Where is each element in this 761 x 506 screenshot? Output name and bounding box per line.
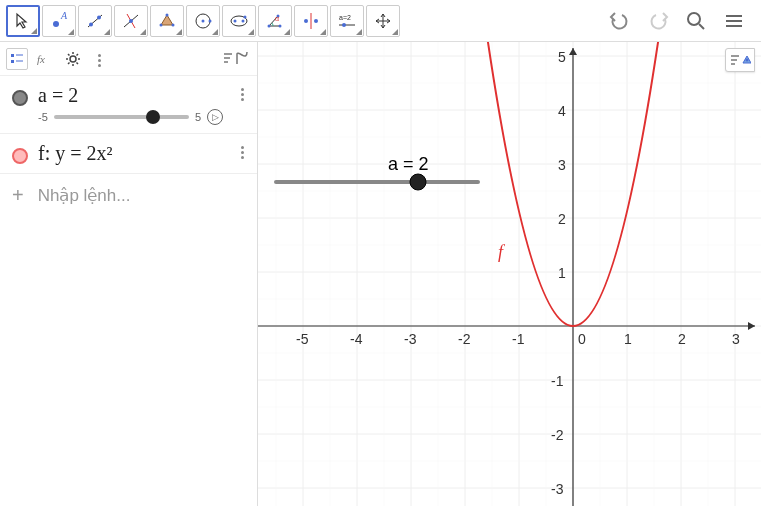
svg-text:-5: -5 [296,331,309,347]
svg-point-16 [242,19,245,22]
svg-text:-2: -2 [551,427,564,443]
tool-group: A α a=2 [6,5,607,37]
svg-text:2: 2 [678,331,686,347]
svg-text:-1: -1 [551,373,564,389]
svg-point-103 [410,174,426,190]
svg-point-23 [304,19,308,23]
svg-text:1: 1 [624,331,632,347]
slider-min: -5 [38,111,48,123]
menu-icon[interactable] [721,8,747,34]
canvas-slider-a[interactable]: a = 2 [276,154,478,190]
command-input[interactable]: Nhập lệnh... [38,185,131,206]
svg-text:1: 1 [558,265,566,281]
axis-labels: -5 -4 -3 -2 -1 0 1 2 3 5 4 3 2 1 -1 -2 -… [296,49,740,497]
tool-angle[interactable]: α [258,5,292,37]
svg-line-29 [699,24,704,29]
svg-rect-33 [11,54,14,57]
svg-text:-3: -3 [551,481,564,497]
svg-text:a=2: a=2 [339,14,351,21]
fx-icon[interactable]: fx [34,48,56,70]
svg-text:3: 3 [732,331,740,347]
tool-perpendicular[interactable] [114,5,148,37]
object-label-a: a = 2 [38,84,223,107]
tool-slider[interactable]: a=2 [330,5,364,37]
svg-point-3 [89,22,93,26]
undo-icon[interactable] [607,8,633,34]
tool-line[interactable] [78,5,112,37]
tool-point[interactable]: A [42,5,76,37]
svg-point-13 [209,19,212,22]
svg-point-19 [279,24,282,27]
object-row-f[interactable]: f: y = 2x² [0,134,257,174]
svg-text:-1: -1 [512,331,525,347]
tool-ellipse[interactable] [222,5,256,37]
svg-point-107 [746,59,749,62]
main-container: fx a = 2 -5 5 ▷ f: y = 2x² [0,42,761,506]
mini-slider-a[interactable] [54,115,189,119]
svg-text:0: 0 [578,331,586,347]
tool-reflect[interactable] [294,5,328,37]
svg-text:2: 2 [558,211,566,227]
svg-point-17 [244,15,247,18]
input-row[interactable]: + Nhập lệnh... [0,174,257,217]
tool-circle[interactable] [186,5,220,37]
svg-text:fx: fx [37,53,45,65]
svg-point-9 [172,23,175,26]
svg-text:5: 5 [558,49,566,65]
object-content-a: a = 2 -5 5 ▷ [38,84,223,125]
svg-point-28 [688,13,700,25]
row-kebab-f[interactable] [233,142,251,159]
row-kebab-a[interactable] [233,84,251,101]
sidebar-header: fx [0,42,257,76]
list-view-icon[interactable] [6,48,28,70]
svg-point-4 [97,15,101,19]
object-content-f: f: y = 2x² [38,142,223,165]
canvas-slider-label: a = 2 [388,154,429,174]
visibility-toggle-f[interactable] [12,148,28,164]
svg-text:A: A [60,11,68,21]
svg-point-15 [234,19,237,22]
add-icon[interactable]: + [12,184,24,207]
svg-point-7 [129,19,133,23]
svg-point-24 [314,19,318,23]
svg-point-0 [53,21,59,27]
visibility-toggle-a[interactable] [12,90,28,106]
svg-text:3: 3 [558,157,566,173]
slider-thumb[interactable] [146,110,160,124]
main-toolbar: A α a=2 [0,0,761,42]
graphics-view[interactable]: -5 -4 -3 -2 -1 0 1 2 3 5 4 3 2 1 -1 -2 -… [258,42,761,506]
svg-text:-2: -2 [458,331,471,347]
svg-text:4: 4 [558,103,566,119]
coordinate-plane[interactable]: -5 -4 -3 -2 -1 0 1 2 3 5 4 3 2 1 -1 -2 -… [258,42,761,506]
search-icon[interactable] [683,8,709,34]
svg-point-18 [268,24,271,27]
object-row-a[interactable]: a = 2 -5 5 ▷ [0,76,257,134]
svg-rect-34 [11,60,14,63]
tool-move-view[interactable] [366,5,400,37]
redo-icon[interactable] [645,8,671,34]
right-tools [607,8,755,34]
play-button[interactable]: ▷ [207,109,223,125]
svg-line-44 [77,62,79,64]
tool-move[interactable] [6,5,40,37]
svg-point-12 [202,19,205,22]
svg-text:-3: -3 [404,331,417,347]
graphics-settings-icon[interactable] [725,48,755,72]
svg-line-43 [68,54,70,56]
sidebar-kebab-icon[interactable] [90,50,108,67]
svg-text:-4: -4 [350,331,363,347]
algebra-sidebar: fx a = 2 -5 5 ▷ f: y = 2x² [0,42,258,506]
object-label-f: f: y = 2x² [38,142,223,165]
svg-text:α: α [275,15,279,22]
svg-line-45 [68,62,70,64]
gear-icon[interactable] [62,48,84,70]
svg-line-46 [77,54,79,56]
svg-point-38 [70,56,76,62]
svg-point-27 [342,23,346,27]
svg-point-10 [160,23,163,26]
sort-icon[interactable] [221,48,251,70]
tool-polygon[interactable] [150,5,184,37]
svg-point-8 [166,13,169,16]
slider-row-a: -5 5 ▷ [38,109,223,125]
slider-max: 5 [195,111,201,123]
